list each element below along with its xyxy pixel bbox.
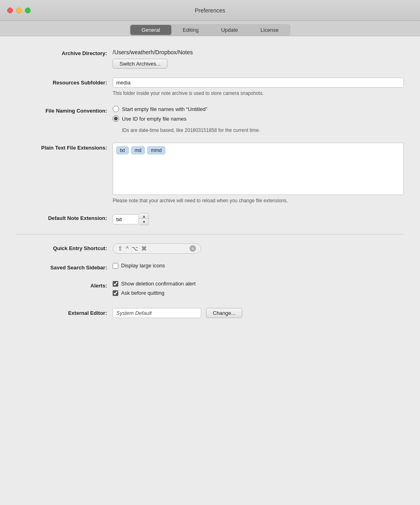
default-note-extension-label: Default Note Extension:: [16, 213, 113, 222]
plain-text-extensions-label: Plain Text File Extensions:: [16, 143, 113, 152]
external-editor-control: System Default Change...: [113, 308, 404, 318]
radio-use-id-input[interactable]: [113, 115, 119, 122]
stepper-buttons: ▲ ▼: [140, 213, 149, 225]
external-editor-content: System Default Change...: [113, 308, 404, 318]
radio-untitled-input[interactable]: [113, 106, 119, 112]
resources-subfolder-row: Resources Subfolder: This folder inside …: [16, 78, 404, 97]
tab-general[interactable]: General: [130, 25, 171, 35]
default-extension-stepper: ▲ ▼: [113, 213, 404, 225]
title-bar: Preferences: [0, 0, 420, 21]
deletion-alert-label: Show deletion confirmation alert: [121, 281, 196, 287]
section-divider: [16, 234, 404, 234]
saved-search-sidebar-control: Display large icons: [113, 263, 404, 272]
archive-directory-value: /Users/weatherh/Dropbox/Notes: [113, 48, 404, 55]
tabs-bar: General Editing Update License: [0, 21, 420, 36]
resources-subfolder-input[interactable]: [113, 78, 404, 88]
switch-archives-button[interactable]: Switch Archives...: [113, 59, 167, 69]
shortcut-field[interactable]: ⇧ ^ ⌥ ⌘ ✕: [113, 243, 201, 254]
default-note-extension-row: Default Note Extension: ▲ ▼: [16, 213, 404, 225]
default-note-extension-control: ▲ ▼: [113, 213, 404, 225]
extensions-tags-box[interactable]: txt md mmd: [113, 143, 404, 195]
extension-tag-md: md: [131, 146, 145, 154]
alerts-label: Alerts:: [16, 281, 113, 290]
archive-directory-label: Archive Directory:: [16, 48, 113, 57]
resources-subfolder-label: Resources Subfolder:: [16, 78, 113, 87]
saved-search-sidebar-label: Saved Search Sidebar:: [16, 263, 113, 272]
maximize-button[interactable]: [25, 8, 31, 13]
default-extension-input[interactable]: [113, 214, 139, 224]
file-naming-radio-group: Start empty file names with “Untitled” U…: [113, 106, 404, 134]
saved-search-checkbox-label: Display large icons: [121, 263, 165, 269]
resources-subfolder-control: This folder inside your note archive is …: [113, 78, 404, 97]
tab-license[interactable]: License: [249, 25, 290, 35]
archive-directory-control: /Users/weatherh/Dropbox/Notes Switch Arc…: [113, 48, 404, 69]
content-area: Archive Directory: /Users/weatherh/Dropb…: [0, 36, 420, 505]
deletion-alert-checkbox[interactable]: [113, 281, 118, 287]
file-naming-hint: IDs are date-time based, like 2018031518…: [122, 127, 404, 134]
window-title: Preferences: [195, 7, 225, 14]
external-editor-row: External Editor: System Default Change..…: [16, 308, 404, 318]
alerts-row: Alerts: Show deletion confirmation alert…: [16, 281, 404, 299]
stepper-down-button[interactable]: ▼: [140, 219, 148, 225]
quick-entry-shortcut-control: ⇧ ^ ⌥ ⌘ ✕: [113, 243, 404, 254]
close-button[interactable]: [7, 8, 13, 13]
quit-alert-label: Ask before quitting: [121, 290, 165, 296]
radio-untitled[interactable]: Start empty file names with “Untitled”: [113, 106, 404, 112]
deletion-alert-item[interactable]: Show deletion confirmation alert: [113, 281, 404, 287]
quit-alert-checkbox[interactable]: [113, 290, 118, 296]
traffic-lights: [7, 8, 31, 13]
quick-entry-shortcut-row: Quick Entry Shortcut: ⇧ ^ ⌥ ⌘ ✕: [16, 243, 404, 254]
saved-search-checkbox[interactable]: [113, 263, 118, 269]
file-naming-control: Start empty file names with “Untitled” U…: [113, 106, 404, 134]
tab-group: General Editing Update License: [130, 24, 291, 36]
plain-text-extensions-hint: Please note that your archive will need …: [113, 197, 404, 204]
plain-text-extensions-control: txt md mmd Please note that your archive…: [113, 143, 404, 204]
tab-update[interactable]: Update: [210, 25, 249, 35]
shortcut-clear-button[interactable]: ✕: [189, 245, 196, 252]
alerts-control: Show deletion confirmation alert Ask bef…: [113, 281, 404, 299]
saved-search-sidebar-row: Saved Search Sidebar: Display large icon…: [16, 263, 404, 272]
saved-search-checkbox-item[interactable]: Display large icons: [113, 263, 404, 269]
minimize-button[interactable]: [16, 8, 22, 13]
external-editor-value: System Default: [113, 308, 201, 318]
radio-use-id[interactable]: Use ID for empty file names: [113, 115, 404, 122]
radio-untitled-label: Start empty file names with “Untitled”: [122, 106, 207, 112]
quick-entry-shortcut-label: Quick Entry Shortcut:: [16, 243, 113, 252]
archive-directory-row: Archive Directory: /Users/weatherh/Dropb…: [16, 48, 404, 69]
radio-use-id-label: Use ID for empty file names: [122, 116, 186, 122]
file-naming-label: File Naming Convention:: [16, 106, 113, 115]
external-editor-change-button[interactable]: Change...: [206, 308, 242, 318]
extension-tag-txt: txt: [116, 146, 129, 154]
shortcut-symbols: ⇧ ^ ⌥ ⌘: [118, 245, 187, 252]
tab-editing[interactable]: Editing: [171, 25, 210, 35]
quit-alert-item[interactable]: Ask before quitting: [113, 290, 404, 296]
plain-text-extensions-row: Plain Text File Extensions: txt md mmd P…: [16, 143, 404, 204]
resources-subfolder-hint: This folder inside your note archive is …: [113, 90, 404, 97]
file-naming-row: File Naming Convention: Start empty file…: [16, 106, 404, 134]
external-editor-label: External Editor:: [16, 308, 113, 317]
stepper-up-button[interactable]: ▲: [140, 213, 148, 219]
extension-tag-mmd: mmd: [147, 146, 165, 154]
